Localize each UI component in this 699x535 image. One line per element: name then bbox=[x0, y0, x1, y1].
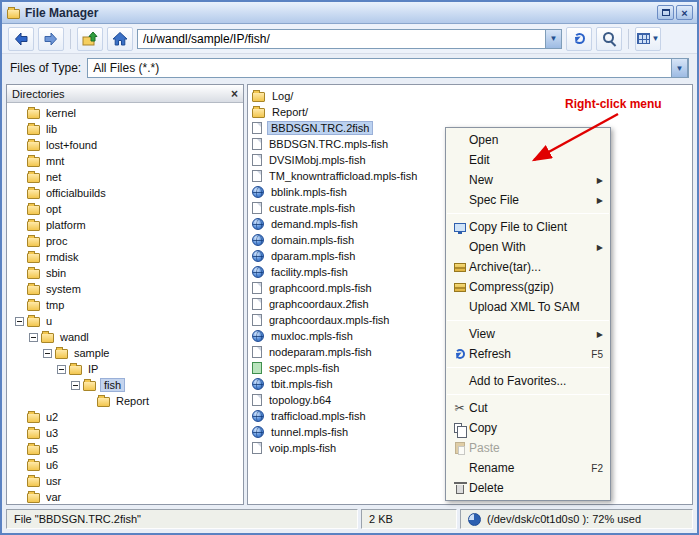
menu-item[interactable]: Cut bbox=[446, 398, 610, 418]
address-dropdown-button[interactable] bbox=[545, 29, 562, 49]
menu-item-label: Open With bbox=[469, 240, 589, 254]
tree-item[interactable]: u bbox=[7, 313, 243, 329]
up-directory-button[interactable] bbox=[77, 27, 103, 51]
folder-icon bbox=[252, 92, 265, 102]
file-name: TM_knowntrafficload.mpls-fish bbox=[267, 170, 419, 182]
tree-item[interactable]: sample bbox=[7, 345, 243, 361]
menu-item[interactable]: RefreshF5 bbox=[446, 344, 610, 364]
view-mode-button[interactable] bbox=[635, 27, 661, 51]
collapse-toggle-icon[interactable] bbox=[71, 381, 80, 390]
tree-item[interactable]: proc bbox=[7, 233, 243, 249]
folder-icon bbox=[27, 477, 40, 487]
tree-item[interactable]: net bbox=[7, 169, 243, 185]
grid-view-icon bbox=[637, 33, 650, 44]
file-icon bbox=[252, 346, 262, 358]
tree-item-label: u6 bbox=[44, 459, 60, 471]
tree-item[interactable]: u6 bbox=[7, 457, 243, 473]
file-name: facility.mpls-fish bbox=[269, 266, 350, 278]
tree-item[interactable]: mnt bbox=[7, 153, 243, 169]
file-name: spec.mpls-fish bbox=[267, 362, 341, 374]
menu-item[interactable]: Copy bbox=[446, 418, 610, 438]
tree-item-label: rmdisk bbox=[44, 251, 80, 263]
menu-item[interactable]: Upload XML To SAM bbox=[446, 297, 610, 317]
tree-item[interactable]: system bbox=[7, 281, 243, 297]
tree-item[interactable]: lib bbox=[7, 121, 243, 137]
menu-item[interactable]: Add to Favorites... bbox=[446, 371, 610, 391]
file-icon bbox=[252, 170, 262, 182]
gzip-icon bbox=[450, 283, 469, 292]
menu-separator bbox=[447, 394, 609, 395]
menu-item[interactable]: Open With bbox=[446, 237, 610, 257]
tree-item[interactable]: usr bbox=[7, 473, 243, 489]
tree-item[interactable]: wandl bbox=[7, 329, 243, 345]
menu-item[interactable]: Copy File to Client bbox=[446, 217, 610, 237]
globe-icon bbox=[252, 266, 264, 278]
file-name: Report/ bbox=[270, 106, 310, 118]
tree-item[interactable]: opt bbox=[7, 201, 243, 217]
tree-item[interactable]: Report bbox=[7, 393, 243, 409]
search-button[interactable] bbox=[596, 27, 622, 51]
file-type-value: All Files (*.*) bbox=[88, 61, 671, 75]
delete-icon bbox=[450, 483, 469, 494]
menu-item[interactable]: New bbox=[446, 170, 610, 190]
file-name: demand.mpls-fish bbox=[269, 218, 360, 230]
menu-item[interactable]: Open bbox=[446, 130, 610, 150]
collapse-toggle-icon[interactable] bbox=[43, 349, 52, 358]
folder-icon bbox=[55, 349, 68, 359]
menu-item[interactable]: Delete bbox=[446, 478, 610, 498]
menu-item[interactable]: Archive(tar)... bbox=[446, 257, 610, 277]
menu-separator bbox=[447, 367, 609, 368]
menu-item[interactable]: RenameF2 bbox=[446, 458, 610, 478]
status-disk-text: (/dev/dsk/c0t1d0s0 ): 72% used bbox=[487, 513, 641, 525]
collapse-toggle-icon[interactable] bbox=[15, 317, 24, 326]
copy-icon bbox=[450, 423, 469, 433]
expander-slot bbox=[29, 333, 41, 342]
tree-item[interactable]: u2 bbox=[7, 409, 243, 425]
file-type-combo[interactable]: All Files (*.*) bbox=[87, 58, 689, 78]
collapse-toggle-icon[interactable] bbox=[29, 333, 38, 342]
folder-icon bbox=[27, 141, 40, 151]
address-input[interactable] bbox=[137, 29, 545, 49]
back-button[interactable] bbox=[8, 27, 34, 51]
window-title: File Manager bbox=[25, 6, 655, 20]
maximize-button[interactable] bbox=[657, 5, 674, 20]
tree-item[interactable]: lost+found bbox=[7, 137, 243, 153]
file-type-row: Files of Type: All Files (*.*) bbox=[2, 54, 697, 82]
expander-slot bbox=[71, 381, 83, 390]
menu-item[interactable]: Edit bbox=[446, 150, 610, 170]
toolbar-separator bbox=[628, 29, 629, 49]
toolbar-separator bbox=[70, 29, 71, 49]
forward-button[interactable] bbox=[38, 27, 64, 51]
menu-item[interactable]: View bbox=[446, 324, 610, 344]
tree-item[interactable]: officialbuilds bbox=[7, 185, 243, 201]
collapse-toggle-icon[interactable] bbox=[57, 365, 66, 374]
back-icon bbox=[13, 31, 29, 47]
menu-item[interactable]: Compress(gzip) bbox=[446, 277, 610, 297]
refresh-button[interactable] bbox=[566, 27, 592, 51]
tree-item[interactable]: platform bbox=[7, 217, 243, 233]
maximize-icon bbox=[662, 9, 670, 16]
close-button[interactable] bbox=[676, 5, 693, 20]
globe-icon bbox=[252, 378, 264, 390]
tree-item[interactable]: fish bbox=[7, 377, 243, 393]
close-directories-button[interactable] bbox=[231, 88, 238, 100]
tree-item[interactable]: kernel bbox=[7, 105, 243, 121]
directories-panel: Directories kernelliblost+foundmntnetoff… bbox=[6, 84, 244, 505]
globe-icon bbox=[252, 218, 264, 230]
tree-item[interactable]: u5 bbox=[7, 441, 243, 457]
submenu-arrow-icon bbox=[597, 330, 603, 339]
file-name: voip.mpls-fish bbox=[267, 442, 338, 454]
tree-item[interactable]: tmp bbox=[7, 297, 243, 313]
tree-item[interactable]: rmdisk bbox=[7, 249, 243, 265]
home-button[interactable] bbox=[107, 27, 133, 51]
tree-item[interactable]: var bbox=[7, 489, 243, 504]
tree-item-label: lib bbox=[44, 123, 59, 135]
tree-item[interactable]: IP bbox=[7, 361, 243, 377]
file-type-dropdown-button[interactable] bbox=[671, 58, 688, 78]
file-icon bbox=[252, 442, 262, 454]
tree-item[interactable]: sbin bbox=[7, 265, 243, 281]
menu-item[interactable]: Spec File bbox=[446, 190, 610, 210]
archive-icon bbox=[450, 263, 469, 272]
tree-item[interactable]: u3 bbox=[7, 425, 243, 441]
file-name: topology.b64 bbox=[267, 394, 333, 406]
